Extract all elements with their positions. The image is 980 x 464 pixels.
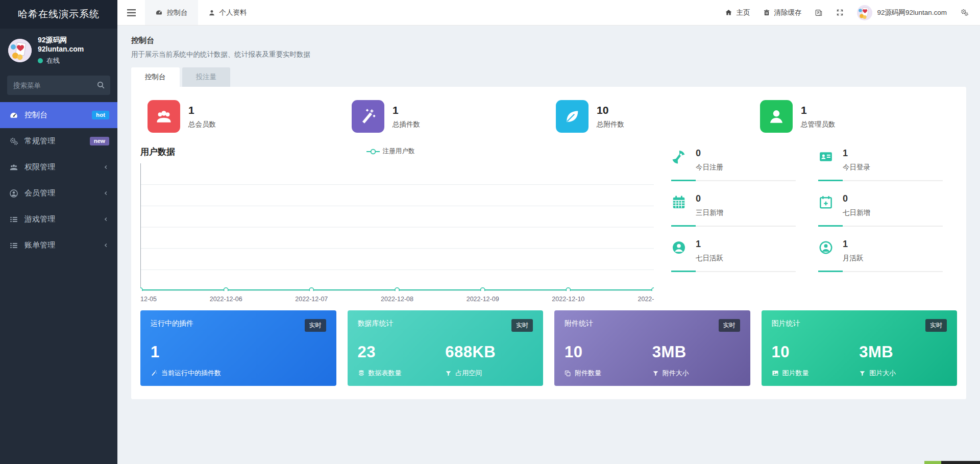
x-axis-tick: 2022-12-09 <box>467 296 499 303</box>
stat-value: 0 <box>696 148 723 159</box>
admin-user-icon <box>760 100 793 133</box>
user-icon <box>208 9 215 16</box>
divider <box>671 226 796 227</box>
chevron-left-icon <box>103 164 109 170</box>
card-title: 图片统计 <box>772 319 800 328</box>
sidebar-item-label: 控制台 <box>24 110 86 120</box>
top-navbar: 控制台 个人资料 主页 <box>117 0 980 26</box>
list-icon <box>9 241 18 250</box>
stat-label: 今日登录 <box>843 163 870 172</box>
hot-badge: hot <box>92 111 109 120</box>
copy-icon <box>565 370 571 377</box>
topbar-tab-label: 个人资料 <box>219 8 247 17</box>
card-value: 3MB <box>652 343 740 361</box>
stat-label: 三日新增 <box>696 208 723 217</box>
avatar[interactable] <box>8 39 32 62</box>
home-link[interactable]: 主页 <box>725 8 750 17</box>
realtime-cards-row: 运行中的插件 实时 1 <box>140 310 957 386</box>
chart-legend[interactable]: 注册用户数 <box>366 147 415 156</box>
card-title: 附件统计 <box>565 319 593 328</box>
card-foot-label: 当前运行中的插件数 <box>161 369 221 378</box>
stat-label: 七日新增 <box>843 208 870 217</box>
language-button[interactable] <box>815 9 823 17</box>
funnel-icon <box>652 370 659 377</box>
stat-label: 总管理员数 <box>801 120 836 129</box>
chevron-left-icon <box>103 242 109 249</box>
sidebar-toggle-button[interactable] <box>117 0 145 25</box>
language-icon <box>815 9 823 17</box>
chart-title: 用户数据 <box>140 147 175 157</box>
sidebar-item-games[interactable]: 游戏管理 <box>0 206 117 232</box>
card-value: 3MB <box>859 343 947 361</box>
search-input[interactable] <box>7 76 110 95</box>
sidebar-item-label: 权限管理 <box>24 162 96 172</box>
summary-stats-row: 1 总会员数 1 总插件数 <box>140 100 957 133</box>
x-axis-tick: 2022-12-06 <box>210 296 242 303</box>
card-title: 数据库统计 <box>358 319 394 328</box>
search-icon[interactable] <box>96 81 105 89</box>
card-foot-label: 附件大小 <box>663 369 689 378</box>
dashboard-panel: 1 总会员数 1 总插件数 <box>131 87 966 399</box>
sidebar-item-label: 游戏管理 <box>24 214 96 224</box>
card-foot-label: 数据表数量 <box>369 369 402 378</box>
sidebar-item-label: 常规管理 <box>24 136 84 146</box>
funnel-icon <box>445 370 452 377</box>
chevron-left-icon <box>103 216 109 223</box>
divider <box>671 180 796 181</box>
progress-bar-remaining <box>941 461 980 464</box>
hamburger-icon <box>127 9 136 16</box>
calendar-plus-icon <box>818 193 836 210</box>
stat-total-admins: 1 总管理员数 <box>753 100 957 133</box>
sidebar-item-members[interactable]: 会员管理 <box>0 180 117 206</box>
realtime-badge: 实时 <box>925 319 947 332</box>
stat-month-active: 1 月活跃 <box>818 237 943 282</box>
magic-wand-icon <box>352 100 384 133</box>
card-value: 688KB <box>445 343 533 361</box>
online-status-label: 在线 <box>46 56 60 65</box>
user-menu[interactable]: 92源码网92luntan.com <box>857 5 947 20</box>
sidebar-item-dashboard[interactable]: 控制台 hot <box>0 102 117 128</box>
chart-x-axis-labels: 2022-12-052022-12-062022-12-072022-12-08… <box>140 294 654 305</box>
sidebar-item-bills[interactable]: 账单管理 <box>0 232 117 258</box>
tab-bet-volume[interactable]: 投注量 <box>182 67 231 87</box>
stat-total-attachments: 10 总附件数 <box>549 100 753 133</box>
dashboard-icon <box>9 111 18 120</box>
sidebar-item-general[interactable]: 常规管理 new <box>0 128 117 154</box>
video-progress-bar <box>924 461 980 464</box>
online-status-dot <box>38 58 43 63</box>
x-axis-tick: 2022-12-10 <box>552 296 584 303</box>
topbar-tab-profile[interactable]: 个人资料 <box>198 0 257 25</box>
cogs-icon <box>9 137 18 146</box>
card-image-stats: 图片统计 实时 10 3MB <box>762 310 958 386</box>
settings-button[interactable] <box>960 8 969 17</box>
x-axis-tick: 2022-12-08 <box>381 296 413 303</box>
card-value: 23 <box>358 343 446 361</box>
card-title: 运行中的插件 <box>151 319 193 328</box>
image-icon <box>772 370 779 377</box>
stat-value: 1 <box>696 239 723 250</box>
app-title: 哈希在线演示系统 <box>0 0 117 29</box>
topbar-tab-dashboard[interactable]: 控制台 <box>145 0 198 25</box>
x-axis-tick: 2022-12-11 <box>638 296 654 303</box>
realtime-badge: 实时 <box>511 319 533 332</box>
sidebar-item-permissions[interactable]: 权限管理 <box>0 154 117 180</box>
avatar <box>857 5 872 20</box>
dashboard-icon <box>155 9 163 16</box>
clear-cache-link[interactable]: 清除缓存 <box>763 8 801 17</box>
home-label: 主页 <box>736 8 750 17</box>
divider <box>671 271 796 272</box>
realtime-badge: 实时 <box>719 319 740 332</box>
card-foot-label: 占用空间 <box>455 369 482 378</box>
magic-wand-icon <box>151 370 158 377</box>
card-attachment-stats: 附件统计 实时 10 3MB <box>554 310 750 386</box>
funnel-icon <box>859 370 866 377</box>
card-value: 10 <box>565 343 652 361</box>
id-card-icon <box>818 148 836 164</box>
fullscreen-button[interactable] <box>836 9 844 16</box>
card-value: 10 <box>772 343 860 361</box>
tab-dashboard[interactable]: 控制台 <box>131 67 180 87</box>
page-content: 控制台 用于展示当前系统中的统计数据、统计报表及重要实时数据 控制台 投注量 1 <box>117 26 980 464</box>
list-icon <box>9 215 18 224</box>
stat-label: 月活跃 <box>843 254 864 263</box>
sidebar-item-label: 账单管理 <box>24 240 96 250</box>
